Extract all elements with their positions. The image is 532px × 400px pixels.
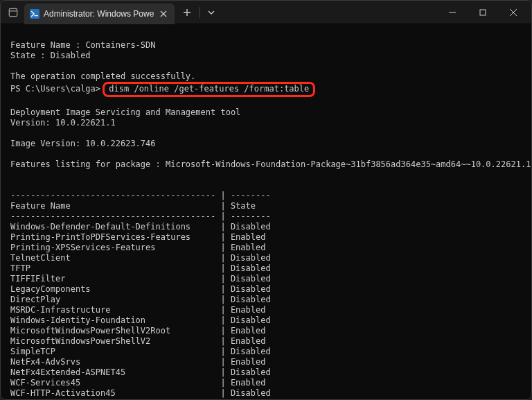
blank-line [10, 30, 522, 40]
table-row: MicrosoftWindowsPowerShellV2Root | Enabl… [10, 326, 522, 336]
app-menu-icon[interactable] [5, 4, 21, 21]
tab-powershell[interactable]: Administrator: Windows Powe [24, 3, 175, 24]
out-line: Version: 10.0.22621.1 [10, 118, 522, 128]
blank-line [10, 128, 522, 139]
svg-rect-0 [9, 8, 17, 16]
prompt-line: PS C:\Users\calga> dism /online /get-fea… [10, 82, 522, 97]
table-row: SimpleTCP | Disabled [10, 347, 522, 357]
out-line: Feature Name : Containers-SDN [10, 40, 522, 51]
blank-line [10, 170, 522, 180]
tab-close-button[interactable] [158, 8, 169, 19]
blank-line [10, 180, 522, 191]
table-row: Windows-Identity-Foundation | Disabled [10, 315, 522, 326]
table-header: Feature Name | State [10, 201, 522, 211]
table-row: MSRDC-Infrastructure | Enabled [10, 305, 522, 315]
table-row: WCF-TCP-Activation45 | Disabled [10, 399, 522, 399]
maximize-button[interactable] [468, 2, 498, 23]
out-line: The operation completed successfully. [10, 71, 522, 82]
window-controls [437, 2, 529, 23]
table-row: Printing-PrintToPDFServices-Features | E… [10, 232, 522, 243]
tab-dropdown-button[interactable] [203, 3, 220, 22]
out-line: Image Version: 10.0.22623.746 [10, 139, 522, 149]
out-line: Features listing for package : Microsoft… [10, 159, 522, 170]
out-line: Deployment Image Servicing and Managemen… [10, 107, 522, 118]
powershell-icon [30, 9, 39, 19]
svg-rect-8 [480, 10, 486, 15]
table-row: TIFFIFilter | Disabled [10, 274, 522, 284]
table-rule: ----------------------------------------… [10, 211, 522, 222]
table-row: WCF-Services45 | Enabled [10, 378, 522, 388]
table-row: TFTP | Disabled [10, 263, 522, 274]
table-row: DirectPlay | Disabled [10, 295, 522, 305]
new-tab-button[interactable] [177, 3, 197, 22]
table-row: Windows-Defender-Default-Definitions | D… [10, 222, 522, 232]
tab-divider [200, 7, 200, 18]
table-row: WCF-HTTP-Activation45 | Disabled [10, 388, 522, 399]
table-rule: ----------------------------------------… [10, 191, 522, 201]
highlighted-command: dism /online /get-features /format:table [103, 82, 315, 97]
close-button[interactable] [498, 2, 529, 23]
table-row: NetFx4Extended-ASPNET45 | Disabled [10, 367, 522, 378]
table-row: TelnetClient | Disabled [10, 253, 522, 263]
table-row: NetFx4-AdvSrvs | Enabled [10, 357, 522, 367]
out-line: State : Disabled [10, 51, 522, 61]
blank-line [10, 149, 522, 159]
prompt: PS C:\Users\calga> [10, 84, 105, 94]
terminal-output[interactable]: Feature Name : Containers-SDNState : Dis… [1, 24, 531, 399]
tab-title: Administrator: Windows Powe [44, 9, 154, 19]
table-row: Printing-XPSServices-Features | Enabled [10, 243, 522, 253]
blank-line [10, 97, 522, 107]
minimize-button[interactable] [437, 2, 468, 23]
title-bar: Administrator: Windows Powe [1, 1, 531, 24]
titlebar-left: Administrator: Windows Powe [3, 1, 220, 24]
blank-line [10, 61, 522, 71]
table-row: MicrosoftWindowsPowerShellV2 | Enabled [10, 336, 522, 347]
table-row: LegacyComponents | Disabled [10, 284, 522, 295]
